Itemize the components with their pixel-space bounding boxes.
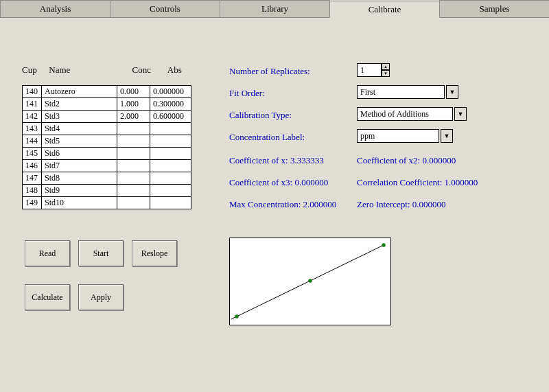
concentration-label-dropdown-icon[interactable]: ▼ xyxy=(441,129,453,143)
cell-name[interactable]: Std7 xyxy=(42,160,117,172)
cell-conc[interactable] xyxy=(117,185,150,197)
replicates-label: Number of Replicates: xyxy=(229,66,310,77)
cell-conc[interactable]: 2.000 xyxy=(117,111,150,123)
cell-abs[interactable]: 0.300000 xyxy=(150,98,191,111)
cell-cup[interactable]: 148 xyxy=(23,185,42,197)
calibration-type-dropdown-icon[interactable]: ▼ xyxy=(454,107,467,121)
spinner-up-icon[interactable]: ▲ xyxy=(382,63,390,70)
cell-conc[interactable] xyxy=(117,172,150,185)
cell-name[interactable]: Std5 xyxy=(42,135,117,148)
calibration-type-select[interactable]: Method of Additions xyxy=(357,107,453,121)
cell-cup[interactable]: 142 xyxy=(23,111,42,123)
calibration-type-label: Calibration Type: xyxy=(229,110,292,121)
svg-point-2 xyxy=(309,279,312,283)
replicates-spinner[interactable]: ▲ ▼ xyxy=(382,63,390,77)
tab-library[interactable]: Library xyxy=(220,0,330,17)
cell-cup[interactable]: 147 xyxy=(23,172,42,185)
cell-cup[interactable]: 146 xyxy=(23,160,42,172)
cell-abs[interactable] xyxy=(150,160,191,172)
cell-abs[interactable] xyxy=(150,135,191,148)
zero-intercept-label: Zero Intercept: 0.000000 xyxy=(357,199,446,210)
fit-order-select[interactable]: First xyxy=(357,85,445,99)
cell-conc[interactable]: 1.000 xyxy=(117,98,150,111)
cell-abs[interactable] xyxy=(150,185,191,197)
table-row: 147Std8 xyxy=(23,172,191,185)
table-row: 148Std9 xyxy=(23,185,191,197)
svg-line-0 xyxy=(231,245,384,319)
cell-abs[interactable] xyxy=(150,172,191,185)
tab-controls[interactable]: Controls xyxy=(110,0,220,17)
cell-conc[interactable] xyxy=(117,160,150,172)
svg-point-3 xyxy=(382,244,386,247)
fit-order-dropdown-icon[interactable]: ▼ xyxy=(446,85,458,99)
cell-name[interactable]: Std4 xyxy=(42,123,117,135)
calculate-button[interactable]: Calculate xyxy=(25,284,70,310)
tab-calibrate[interactable]: Calibrate xyxy=(329,1,440,18)
cell-name[interactable]: Std9 xyxy=(42,185,117,197)
cell-cup[interactable]: 141 xyxy=(23,98,42,111)
svg-point-1 xyxy=(235,315,239,319)
cell-abs[interactable] xyxy=(150,148,191,160)
tab-analysis[interactable]: Analysis xyxy=(0,0,110,17)
table-row: 140Autozero0.0000.000000 xyxy=(23,86,191,98)
cell-abs[interactable]: 0.600000 xyxy=(150,111,191,123)
cell-name[interactable]: Std6 xyxy=(42,148,117,160)
cell-name[interactable]: Autozero xyxy=(42,86,117,98)
concentration-label-label: Concentration Label: xyxy=(229,132,305,143)
col-conc: Conc xyxy=(132,65,165,76)
reslope-button[interactable]: Reslope xyxy=(132,240,177,266)
cell-cup[interactable]: 149 xyxy=(23,197,42,209)
tab-samples[interactable]: Samples xyxy=(439,0,549,17)
concentration-label-select[interactable]: ppm xyxy=(357,129,439,143)
cell-cup[interactable]: 145 xyxy=(23,148,42,160)
coef-x3-label: Coefficient of x3: 0.000000 xyxy=(229,177,328,188)
table-row: 146Std7 xyxy=(23,160,191,172)
table-row: 143Std4 xyxy=(23,123,191,135)
table-row: 145Std6 xyxy=(23,148,191,160)
apply-button[interactable]: Apply xyxy=(78,284,124,310)
cell-abs[interactable]: 0.000000 xyxy=(150,86,191,98)
cell-conc[interactable]: 0.000 xyxy=(117,86,150,98)
cell-name[interactable]: Std3 xyxy=(42,111,117,123)
table-row: 149Std10 xyxy=(23,197,191,209)
correlation-label: Correlation Coefficient: 1.000000 xyxy=(357,177,478,188)
fit-order-label: Fit Order: xyxy=(229,88,265,99)
table-column-headers: Cup Name Conc Abs xyxy=(22,65,205,76)
coef-x2-label: Coefficient of x2: 0.000000 xyxy=(357,155,456,166)
table-row: 142Std32.0000.600000 xyxy=(23,111,191,123)
replicates-input[interactable]: 1 xyxy=(357,63,382,77)
table-row: 141Std21.0000.300000 xyxy=(23,98,191,111)
cell-conc[interactable] xyxy=(117,135,150,148)
col-cup: Cup xyxy=(22,65,47,76)
cell-name[interactable]: Std8 xyxy=(42,172,117,185)
cell-abs[interactable] xyxy=(150,197,191,209)
col-name: Name xyxy=(49,65,130,76)
table-row: 144Std5 xyxy=(23,135,191,148)
cell-cup[interactable]: 140 xyxy=(23,86,42,98)
standards-table: 140Autozero0.0000.000000141Std21.0000.30… xyxy=(22,85,191,209)
spinner-down-icon[interactable]: ▼ xyxy=(382,70,390,77)
cell-conc[interactable] xyxy=(117,148,150,160)
cell-name[interactable]: Std10 xyxy=(42,197,117,209)
read-button[interactable]: Read xyxy=(25,240,70,266)
cell-conc[interactable] xyxy=(117,197,150,209)
max-conc-label: Max Concentration: 2.000000 xyxy=(229,199,336,210)
coef-x-label: Coefficient of x: 3.333333 xyxy=(229,155,324,166)
col-abs: Abs xyxy=(167,65,205,76)
cell-abs[interactable] xyxy=(150,123,191,135)
cell-cup[interactable]: 144 xyxy=(23,135,42,148)
cell-cup[interactable]: 143 xyxy=(23,123,42,135)
cell-conc[interactable] xyxy=(117,123,150,135)
calibration-chart xyxy=(229,238,391,325)
cell-name[interactable]: Std2 xyxy=(42,98,117,111)
start-button[interactable]: Start xyxy=(78,240,124,266)
